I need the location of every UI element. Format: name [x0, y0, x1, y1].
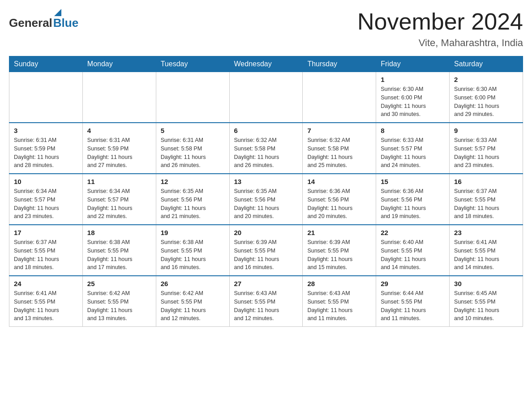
calendar-week-4: 17Sunrise: 6:37 AMSunset: 5:55 PMDayligh… — [9, 225, 523, 276]
day-info: Sunrise: 6:35 AMSunset: 5:56 PMDaylight:… — [234, 187, 298, 221]
day-info: Sunrise: 6:36 AMSunset: 5:56 PMDaylight:… — [381, 187, 445, 221]
day-number: 4 — [87, 127, 151, 134]
calendar-cell: 18Sunrise: 6:38 AMSunset: 5:55 PMDayligh… — [82, 225, 156, 276]
logo-blue-text: Blue — [53, 16, 78, 30]
calendar-cell: 23Sunrise: 6:41 AMSunset: 5:55 PMDayligh… — [450, 225, 523, 276]
calendar-title: November 2024 — [357, 9, 523, 34]
weekday-header-friday: Friday — [376, 56, 450, 72]
day-info: Sunrise: 6:37 AMSunset: 5:55 PMDaylight:… — [454, 187, 518, 221]
day-number: 3 — [14, 127, 78, 134]
calendar-cell — [229, 72, 303, 123]
calendar-week-5: 24Sunrise: 6:41 AMSunset: 5:55 PMDayligh… — [9, 276, 523, 327]
calendar-week-3: 10Sunrise: 6:34 AMSunset: 5:57 PMDayligh… — [9, 174, 523, 225]
day-info: Sunrise: 6:31 AMSunset: 5:59 PMDaylight:… — [87, 136, 151, 170]
calendar-cell: 9Sunrise: 6:33 AMSunset: 5:57 PMDaylight… — [450, 123, 523, 174]
day-number: 1 — [381, 76, 445, 83]
day-info: Sunrise: 6:41 AMSunset: 5:55 PMDaylight:… — [454, 238, 518, 272]
calendar-week-1: 1Sunrise: 6:30 AMSunset: 6:00 PMDaylight… — [9, 72, 523, 123]
day-info: Sunrise: 6:42 AMSunset: 5:55 PMDaylight:… — [87, 289, 151, 323]
day-number: 10 — [14, 178, 78, 185]
day-info: Sunrise: 6:31 AMSunset: 5:58 PMDaylight:… — [161, 136, 225, 170]
calendar-cell: 20Sunrise: 6:39 AMSunset: 5:55 PMDayligh… — [229, 225, 303, 276]
day-info: Sunrise: 6:37 AMSunset: 5:55 PMDaylight:… — [14, 238, 78, 272]
weekday-header-sunday: Sunday — [9, 56, 83, 72]
day-number: 24 — [14, 280, 78, 287]
day-info: Sunrise: 6:32 AMSunset: 5:58 PMDaylight:… — [234, 136, 298, 170]
day-info: Sunrise: 6:33 AMSunset: 5:57 PMDaylight:… — [381, 136, 445, 170]
calendar-cell: 3Sunrise: 6:31 AMSunset: 5:59 PMDaylight… — [9, 123, 83, 174]
day-number: 18 — [87, 229, 151, 236]
day-number: 22 — [381, 229, 445, 236]
day-number: 27 — [234, 280, 298, 287]
day-number: 21 — [307, 229, 371, 236]
calendar-cell: 15Sunrise: 6:36 AMSunset: 5:56 PMDayligh… — [376, 174, 450, 225]
calendar-cell: 13Sunrise: 6:35 AMSunset: 5:56 PMDayligh… — [229, 174, 303, 225]
calendar-cell: 24Sunrise: 6:41 AMSunset: 5:55 PMDayligh… — [9, 276, 83, 327]
calendar-cell: 22Sunrise: 6:40 AMSunset: 5:55 PMDayligh… — [376, 225, 450, 276]
day-info: Sunrise: 6:45 AMSunset: 5:55 PMDaylight:… — [454, 289, 518, 323]
day-info: Sunrise: 6:32 AMSunset: 5:58 PMDaylight:… — [307, 136, 371, 170]
logo-general-text: General — [9, 16, 52, 30]
day-number: 6 — [234, 127, 298, 134]
day-number: 2 — [454, 76, 518, 83]
calendar-cell: 5Sunrise: 6:31 AMSunset: 5:58 PMDaylight… — [156, 123, 229, 174]
day-number: 29 — [381, 280, 445, 287]
day-info: Sunrise: 6:30 AMSunset: 6:00 PMDaylight:… — [381, 85, 445, 119]
day-number: 9 — [454, 127, 518, 134]
day-info: Sunrise: 6:44 AMSunset: 5:55 PMDaylight:… — [381, 289, 445, 323]
weekday-header-tuesday: Tuesday — [156, 56, 229, 72]
day-info: Sunrise: 6:39 AMSunset: 5:55 PMDaylight:… — [234, 238, 298, 272]
day-info: Sunrise: 6:41 AMSunset: 5:55 PMDaylight:… — [14, 289, 78, 323]
day-info: Sunrise: 6:35 AMSunset: 5:56 PMDaylight:… — [161, 187, 225, 221]
day-number: 30 — [454, 280, 518, 287]
calendar-cell: 27Sunrise: 6:43 AMSunset: 5:55 PMDayligh… — [229, 276, 303, 327]
day-info: Sunrise: 6:34 AMSunset: 5:57 PMDaylight:… — [87, 187, 151, 221]
day-number: 23 — [454, 229, 518, 236]
day-info: Sunrise: 6:31 AMSunset: 5:59 PMDaylight:… — [14, 136, 78, 170]
day-info: Sunrise: 6:30 AMSunset: 6:00 PMDaylight:… — [454, 85, 518, 119]
day-info: Sunrise: 6:38 AMSunset: 5:55 PMDaylight:… — [161, 238, 225, 272]
day-number: 8 — [381, 127, 445, 134]
day-info: Sunrise: 6:33 AMSunset: 5:57 PMDaylight:… — [454, 136, 518, 170]
calendar-cell: 14Sunrise: 6:36 AMSunset: 5:56 PMDayligh… — [303, 174, 376, 225]
calendar-cell: 11Sunrise: 6:34 AMSunset: 5:57 PMDayligh… — [82, 174, 156, 225]
day-number: 11 — [87, 178, 151, 185]
day-number: 17 — [14, 229, 78, 236]
day-number: 15 — [381, 178, 445, 185]
day-number: 20 — [234, 229, 298, 236]
calendar-cell: 10Sunrise: 6:34 AMSunset: 5:57 PMDayligh… — [9, 174, 83, 225]
calendar-cell: 28Sunrise: 6:43 AMSunset: 5:55 PMDayligh… — [303, 276, 376, 327]
calendar-cell — [82, 72, 156, 123]
calendar-cell: 1Sunrise: 6:30 AMSunset: 6:00 PMDaylight… — [376, 72, 450, 123]
calendar-cell — [156, 72, 229, 123]
calendar-cell: 4Sunrise: 6:31 AMSunset: 5:59 PMDaylight… — [82, 123, 156, 174]
calendar-cell: 12Sunrise: 6:35 AMSunset: 5:56 PMDayligh… — [156, 174, 229, 225]
calendar-cell: 6Sunrise: 6:32 AMSunset: 5:58 PMDaylight… — [229, 123, 303, 174]
day-info: Sunrise: 6:42 AMSunset: 5:55 PMDaylight:… — [161, 289, 225, 323]
day-number: 13 — [234, 178, 298, 185]
calendar-cell — [303, 72, 376, 123]
weekday-header-thursday: Thursday — [303, 56, 376, 72]
calendar-cell: 17Sunrise: 6:37 AMSunset: 5:55 PMDayligh… — [9, 225, 83, 276]
calendar-cell: 8Sunrise: 6:33 AMSunset: 5:57 PMDaylight… — [376, 123, 450, 174]
page-header: General Blue November 2024 Vite, Maharas… — [9, 9, 523, 49]
calendar-cell: 29Sunrise: 6:44 AMSunset: 5:55 PMDayligh… — [376, 276, 450, 327]
day-info: Sunrise: 6:43 AMSunset: 5:55 PMDaylight:… — [307, 289, 371, 323]
day-info: Sunrise: 6:40 AMSunset: 5:55 PMDaylight:… — [381, 238, 445, 272]
day-info: Sunrise: 6:38 AMSunset: 5:55 PMDaylight:… — [87, 238, 151, 272]
day-info: Sunrise: 6:43 AMSunset: 5:55 PMDaylight:… — [234, 289, 298, 323]
calendar-cell: 7Sunrise: 6:32 AMSunset: 5:58 PMDaylight… — [303, 123, 376, 174]
calendar-cell: 25Sunrise: 6:42 AMSunset: 5:55 PMDayligh… — [82, 276, 156, 327]
day-number: 14 — [307, 178, 371, 185]
calendar-table: SundayMondayTuesdayWednesdayThursdayFrid… — [9, 56, 523, 327]
calendar-location: Vite, Maharashtra, India — [357, 37, 523, 49]
day-info: Sunrise: 6:34 AMSunset: 5:57 PMDaylight:… — [14, 187, 78, 221]
day-number: 25 — [87, 280, 151, 287]
logo: General Blue — [9, 9, 78, 30]
title-section: November 2024 Vite, Maharashtra, India — [357, 9, 523, 49]
calendar-cell: 19Sunrise: 6:38 AMSunset: 5:55 PMDayligh… — [156, 225, 229, 276]
weekday-header-monday: Monday — [82, 56, 156, 72]
calendar-week-2: 3Sunrise: 6:31 AMSunset: 5:59 PMDaylight… — [9, 123, 523, 174]
day-number: 7 — [307, 127, 371, 134]
day-number: 16 — [454, 178, 518, 185]
